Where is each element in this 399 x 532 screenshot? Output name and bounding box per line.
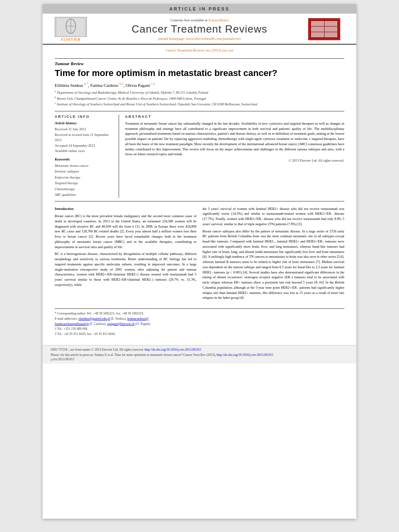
footnotes: * Corresponding author. Tel.: +48 58 349… <box>55 308 344 337</box>
elsevier-logo-area: ELSEVIER <box>51 17 91 41</box>
email-cardoso[interactable]: fatimacardoso@ <box>127 317 148 320</box>
cite-line: Please cite this article in press as: Se… <box>51 353 348 357</box>
issn-text: 0305-7372/$ – see front matter © 2013 El… <box>51 348 144 351</box>
revised-date: Received in revised form 21 September 20… <box>55 132 115 143</box>
keywords-heading: Keywords: <box>55 157 115 161</box>
affiliation-b: b Breast Unit, Champalimaud Cancer Cente… <box>55 95 344 101</box>
body-right-col: the 5 years' survival of women with lumi… <box>203 206 345 303</box>
journal-header: ELSEVIER Contents lists available at Sci… <box>43 14 356 45</box>
banner-text: ARTICLE IN PRESS <box>169 6 230 11</box>
contents-label: Contents lists available at ScienceDirec… <box>91 18 308 22</box>
body-para-1: Breast cancer (BC) is the most prevalent… <box>55 214 197 249</box>
affiliation-c: c Institute of Oncology of Southern Swit… <box>55 101 344 107</box>
copyright: © 2013 Elsevier Ltd. All rights reserved… <box>125 158 344 162</box>
article-info-abstract: ARTICLE INFO Article history: Received 3… <box>55 111 344 201</box>
affiliations: a Department of Oncology and Radiotherap… <box>55 89 344 107</box>
elsevier-label: ELSEVIER <box>61 38 80 41</box>
email-label: E-mail addresses: <box>55 317 78 320</box>
keyword-6: ABC guidelines <box>55 192 115 197</box>
history-heading: Article history: <box>55 121 115 125</box>
abstract-text: Treatment of metastatic breast cancer ha… <box>125 121 344 157</box>
bottom-bar: 0305-7372/$ – see front matter © 2013 El… <box>43 345 356 364</box>
body-para-2: BC is a heterogeneous disease, character… <box>55 251 197 287</box>
abstract-heading: ABSTRACT <box>125 115 344 119</box>
email-senkus[interactable]: elsenkus@gumed.edu.pl <box>78 317 110 320</box>
cite-text: Please cite this article in press as: Se… <box>51 353 216 357</box>
body-right-text: the 5 years' survival of women with lumi… <box>203 206 345 301</box>
affiliation-a: a Department of Oncology and Radiotherap… <box>55 89 344 95</box>
page: ARTICLE IN PRESS ELSEVIER Contents lists… <box>43 4 356 519</box>
body-para-3: the 5 years' survival of women with lumi… <box>203 206 345 227</box>
keyword-1: Metastatic breast cancer <box>55 163 115 168</box>
journal-title: Cancer Treatment Reviews <box>91 23 308 35</box>
issn-line: 0305-7372/$ – see front matter © 2013 El… <box>51 348 348 351</box>
article-dates: Received 31 July 2013 Received in revise… <box>55 127 115 154</box>
article-info-heading: ARTICLE INFO <box>55 115 115 119</box>
keyword-5: Chemotherapy <box>55 186 115 192</box>
cite-line-2: j.ctrv.2013.09.015 <box>51 357 348 361</box>
citation-line: Cancer Treatment Reviews xxx (2013) xxx–… <box>43 45 356 54</box>
journal-logo-area <box>308 18 348 40</box>
journal-homepage: journal homepage: www.elsevierhealth.com… <box>91 37 308 41</box>
journal-logo <box>308 18 340 40</box>
elsevier-logo: ELSEVIER <box>51 17 91 41</box>
email-fundacao[interactable]: fundacaochampalimaud.pt <box>55 322 89 326</box>
note1: 1 Tel.: +351 210 480 004. <box>55 327 344 332</box>
body-para-4: Breast cancer subtypes also differ by th… <box>203 229 345 301</box>
main-content: Tumour Review Time for more optimism in … <box>43 54 356 341</box>
body-left-col: Introduction Breast cancer (BC) is the m… <box>55 206 197 303</box>
email-note-cont: fundacaochampalimaud.pt (F. Cardoso), op… <box>55 322 344 327</box>
keyword-3: Endocrine therapy <box>55 175 115 180</box>
received-date: Received 31 July 2013 <box>55 127 115 132</box>
email-note: E-mail addresses: elsenkus@gumed.edu.pl … <box>55 316 344 322</box>
journal-citation: Cancer Treatment Reviews xxx (2013) xxx–… <box>166 48 233 52</box>
available-date: Available online xxxx <box>55 148 115 154</box>
review-type: Tumour Review <box>55 58 344 66</box>
cite-doi-link[interactable]: http://dx.doi.org/10.1016/j.ctrv.2013.09… <box>217 353 273 357</box>
elsevier-image <box>55 17 87 37</box>
article-in-press-banner: ARTICLE IN PRESS <box>43 4 356 14</box>
authors: Elżbieta Senkus a,*, Fatima Cardoso b,1,… <box>55 82 344 88</box>
corresponding-note: * Corresponding author. Tel.: +48 58 349… <box>55 311 344 316</box>
accepted-date: Accepted 24 September 2013 <box>55 143 115 149</box>
doi-link[interactable]: http://dx.doi.org/10.1016/j.ctrv.2013.09… <box>145 348 201 351</box>
body-content: Introduction Breast cancer (BC) is the m… <box>55 206 344 303</box>
authors-text: Elżbieta Senkus a,*, Fatima Cardoso b,1,… <box>55 83 155 88</box>
article-title: Time for more optimism in metastatic bre… <box>55 68 344 79</box>
keywords-list: Metastatic breast cancer Intrinsic subty… <box>55 163 115 198</box>
email-pagani[interactable]: opagani@bluewin.ch <box>107 322 134 326</box>
journal-title-area: Contents lists available at ScienceDirec… <box>91 18 308 41</box>
keyword-4: Targeted therapy <box>55 180 115 186</box>
keyword-2: Intrinsic subtypes <box>55 168 115 174</box>
journal-logo-grid <box>310 20 338 38</box>
article-info-col: ARTICLE INFO Article history: Received 3… <box>55 115 119 198</box>
intro-heading: Introduction <box>55 206 197 212</box>
body-left-text: Breast cancer (BC) is the most prevalent… <box>55 214 197 288</box>
abstract-col: ABSTRACT Treatment of metastatic breast … <box>125 115 344 198</box>
note2: 2 Tel.: +41 91 811 8435; fax: +41 91 811… <box>55 332 344 337</box>
sciencedirect-link[interactable]: ScienceDirect <box>208 18 228 22</box>
